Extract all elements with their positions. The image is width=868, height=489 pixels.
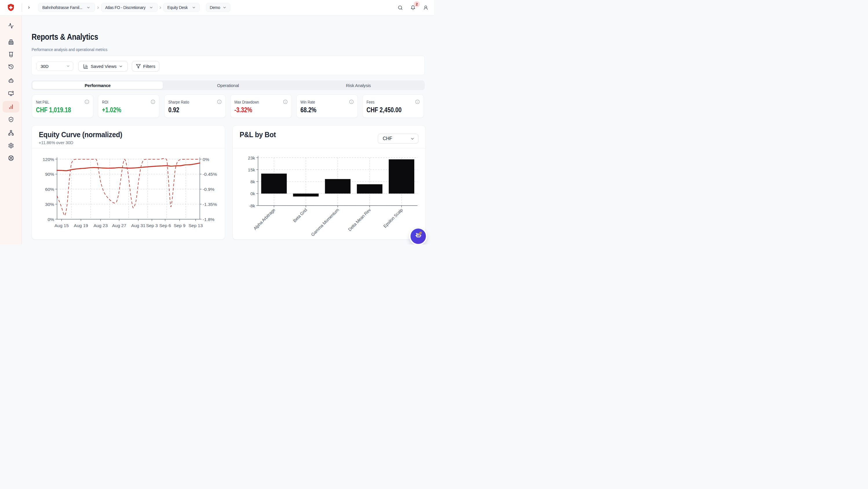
svg-text:15k: 15k bbox=[248, 167, 255, 172]
svg-text:Aug 23: Aug 23 bbox=[94, 223, 108, 228]
svg-text:120%: 120% bbox=[42, 157, 54, 162]
svg-text:8k: 8k bbox=[250, 179, 255, 184]
svg-text:-1.8%: -1.8% bbox=[203, 217, 215, 222]
svg-text:Sep 13: Sep 13 bbox=[189, 223, 203, 228]
svg-text:-8k: -8k bbox=[249, 203, 255, 208]
svg-text:Alpha Arbitrage: Alpha Arbitrage bbox=[252, 207, 276, 231]
svg-text:-1.35%: -1.35% bbox=[203, 202, 217, 207]
svg-text:0k: 0k bbox=[250, 191, 255, 196]
svg-text:Aug 15: Aug 15 bbox=[55, 223, 69, 228]
svg-text:0%: 0% bbox=[203, 157, 210, 162]
svg-text:Delta Mean Rev: Delta Mean Rev bbox=[347, 207, 372, 232]
svg-text:Beta Grid: Beta Grid bbox=[292, 207, 308, 223]
svg-text:Aug 31: Aug 31 bbox=[131, 223, 146, 228]
svg-text:Sep 3: Sep 3 bbox=[146, 223, 158, 228]
svg-text:Gamma Momentum: Gamma Momentum bbox=[310, 207, 340, 237]
svg-text:23k: 23k bbox=[248, 155, 255, 161]
svg-text:Sep 9: Sep 9 bbox=[174, 223, 186, 228]
svg-text:Aug 19: Aug 19 bbox=[74, 223, 88, 228]
svg-text:-0.9%: -0.9% bbox=[203, 187, 215, 192]
svg-text:30%: 30% bbox=[45, 202, 54, 207]
svg-text:-0.45%: -0.45% bbox=[203, 172, 217, 177]
svg-text:Aug 27: Aug 27 bbox=[112, 223, 126, 228]
svg-text:0%: 0% bbox=[48, 217, 54, 222]
svg-text:Sep 6: Sep 6 bbox=[159, 223, 171, 228]
svg-text:Epsilon Scalp: Epsilon Scalp bbox=[382, 207, 404, 229]
svg-text:60%: 60% bbox=[45, 187, 54, 192]
svg-text:90%: 90% bbox=[45, 172, 54, 177]
